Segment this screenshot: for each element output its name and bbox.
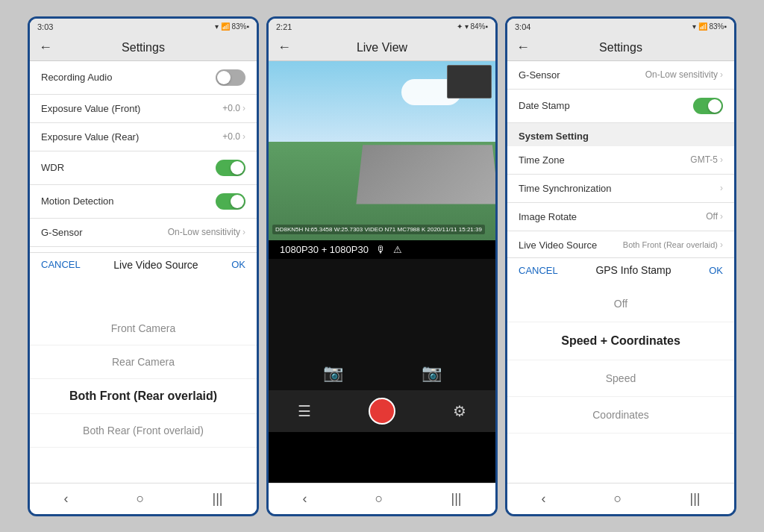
action-title-3: GPS Info Stamp [595,264,671,276]
status-icons-1: ▾ 📶 83%▪ [215,22,249,31]
status-time-3: 3:04 [515,22,530,31]
nav-home-3[interactable]: ○ [614,491,622,507]
settings-recording-audio[interactable]: Recording Audio [30,61,257,95]
header-title-3: Settings [599,41,642,54]
settings-list-3: G-Sensor On-Low sensitivity› Date Stamp … [507,61,734,258]
section-header-3: System Setting [507,123,734,146]
back-button-2[interactable]: ← [278,40,291,55]
status-icons-3: ▾ 📶 83%▪ [692,22,727,31]
status-bar-1: 3:03 ▾ 📶 83%▪ [30,19,257,35]
back-button-3[interactable]: ← [516,40,530,55]
record-button[interactable] [369,398,395,425]
phone-1: 3:03 ▾ 📶 83%▪ ← Settings Recording Audio… [28,16,259,516]
camera-scene: DD8KN5H N:65.3458 W:25.7303 VIDEO N71 MC… [269,61,495,240]
phone-3: 3:04 ▾ 📶 83%▪ ← Settings G-Sensor On-Low… [505,16,736,516]
header-title-2: Live View [357,41,407,54]
action-bar-1: CANCEL Live Video Source OK [30,252,257,277]
nav-recent-2[interactable]: ||| [451,491,461,507]
nav-bar-2: ‹ ○ ||| [269,483,495,514]
gps-menu-coords[interactable]: Coordinates [507,397,734,434]
settings-exposure-front[interactable]: Exposure Value (Front) +0.0› [30,95,257,123]
header-1: ← Settings [30,35,257,61]
mic-icon: 🎙 [376,244,386,255]
settings-icon[interactable]: ⚙ [453,402,466,420]
settings-datestamp-3[interactable]: Date Stamp [507,90,734,123]
menu-item-front-camera[interactable]: Front Camera [30,312,257,345]
menu-item-rear-camera[interactable]: Rear Camera [30,345,257,379]
settings-wdr[interactable]: WDR [30,151,257,185]
back-button-1[interactable]: ← [39,40,52,55]
gps-menu-speed-coords[interactable]: Speed + Coordinates [507,322,734,360]
nav-bar-1: ‹ ○ ||| [30,483,257,514]
settings-gsensor-1[interactable]: G-Sensor On-Low sensitivity› [30,219,257,247]
bottom-controls: ☰ ⚙ [269,390,495,432]
status-time-2: 2:21 [276,22,292,31]
header-2: ← Live View [269,35,495,61]
settings-motion[interactable]: Motion Detection [30,185,257,219]
menu-item-both-front[interactable]: Both Front (Rear overlaid) [30,379,257,414]
menu-item-both-rear[interactable]: Both Rear (Front overlaid) [30,414,257,448]
gps-menu-speed[interactable]: Speed [507,360,734,397]
status-bar-3: 3:04 ▾ 📶 83%▪ [507,19,734,35]
settings-exposure-rear[interactable]: Exposure Value (Rear) +0.0› [30,123,257,151]
settings-timesync-3[interactable]: Time Synchronization › [507,175,734,203]
warning-icon: ⚠ [393,244,402,255]
rear-cam-overlay [447,65,492,98]
live-view-content: DD8KN5H N:65.3458 W:25.7303 VIDEO N71 MC… [269,61,495,483]
phone-2: 2:21 ✦ ▾ 84%▪ ← Live View DD8KN5H N:65.3… [266,16,498,516]
scene-road [356,145,495,204]
nav-home-2[interactable]: ○ [375,491,383,507]
nav-recent-3[interactable]: ||| [689,491,700,507]
resolution-text: 1080P30 + 1080P30 [280,244,369,255]
toggle-datestamp-3[interactable] [693,98,723,114]
settings-livevideosource-3[interactable]: Live Video Source Both Front (Rear overl… [507,231,734,258]
camera-black-area [269,259,495,356]
nav-recent-1[interactable]: ||| [212,491,222,507]
nav-back-1[interactable]: ‹ [64,491,69,507]
settings-timezone-3[interactable]: Time Zone GMT-5› [507,146,734,175]
gps-menu-off[interactable]: Off [507,286,734,322]
nav-back-2[interactable]: ‹ [303,491,307,507]
status-icons-2: ✦ ▾ 84%▪ [457,22,488,31]
ok-button-1[interactable]: OK [231,259,245,270]
settings-datestamp-1[interactable]: Date Stamp [30,247,257,252]
cancel-button-1[interactable]: CANCEL [41,259,81,270]
menu-icon[interactable]: ☰ [298,402,311,420]
action-title-1: Live Video Source [113,259,198,271]
snapshot-rear-btn[interactable]: 📷 [422,363,442,383]
action-bar-3: CANCEL GPS Info Stamp OK [507,257,734,282]
snapshot-front-btn[interactable]: 📷 [323,363,343,383]
camera-controls: 📷 📷 [269,356,495,390]
header-3: ← Settings [507,35,734,61]
toggle-motion[interactable] [216,193,245,210]
nav-home-1[interactable]: ○ [137,491,145,507]
camera-overlay-text: DD8KN5H N:65.3458 W:25.7303 VIDEO N71 MC… [272,225,485,234]
toggle-wdr[interactable] [216,160,245,176]
cancel-button-3[interactable]: CANCEL [519,265,558,276]
ok-button-3[interactable]: OK [709,265,723,276]
header-title-1: Settings [122,41,165,54]
nav-back-3[interactable]: ‹ [542,491,546,507]
status-time-1: 3:03 [37,22,53,31]
resolution-bar: 1080P30 + 1080P30 🎙 ⚠ [269,240,495,259]
menu-list-1: Front Camera Rear Camera Both Front (Rea… [30,277,257,483]
settings-imagerotate-3[interactable]: Image Rotate Off› [507,203,734,231]
settings-list-1: Recording Audio Exposure Value (Front) +… [30,61,257,252]
nav-bar-3: ‹ ○ ||| [507,483,734,514]
status-bar-2: 2:21 ✦ ▾ 84%▪ [269,19,495,35]
toggle-recording-audio[interactable] [216,69,245,86]
gps-menu-list: Off Speed + Coordinates Speed Coordinate… [507,282,734,483]
settings-gsensor-3[interactable]: G-Sensor On-Low sensitivity› [507,61,734,90]
